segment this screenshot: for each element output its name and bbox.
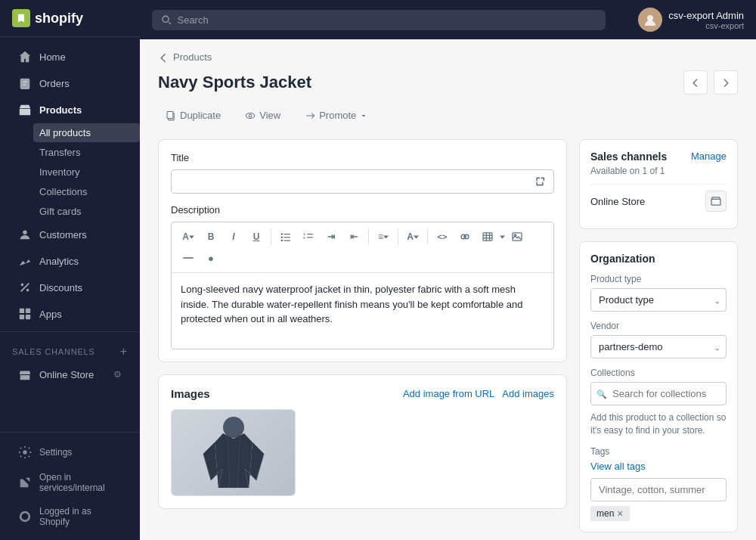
shopify-small-icon (18, 510, 32, 523)
rte-code-btn[interactable]: <> (432, 227, 453, 247)
tags-list: men × (590, 506, 727, 521)
sidebar-item-online-store[interactable]: Online Store ⚙ (6, 362, 134, 387)
rte-table-btn[interactable] (477, 227, 498, 247)
sidebar-label-open-services: Open in services/internal (39, 472, 122, 493)
promote-label: Promote (319, 110, 356, 121)
sales-channels-header: Sales channels Manage (590, 151, 727, 166)
unordered-list-icon (280, 232, 291, 241)
shopify-logo[interactable]: shopify (12, 9, 83, 27)
rte-underline-btn[interactable]: U (246, 227, 267, 247)
sidebar-item-all-products[interactable]: All products (33, 123, 140, 142)
rte-indent-btn[interactable]: ⇥ (321, 227, 342, 247)
view-button[interactable]: View (237, 105, 288, 126)
rte-bold-btn[interactable]: B (200, 227, 222, 247)
sidebar-item-open-services[interactable]: Open in services/internal (6, 466, 134, 499)
rte-emoji-btn[interactable]: ● (200, 248, 222, 268)
sidebar-label-products: Products (39, 104, 82, 116)
manage-channels-button[interactable]: Manage (691, 151, 727, 162)
online-store-settings-icon[interactable]: ⚙ (113, 369, 122, 380)
color-dropdown-icon (414, 235, 419, 239)
organization-card: Organization Product type Product type V… (579, 241, 738, 532)
sidebar-item-discounts[interactable]: Discounts (6, 275, 134, 300)
rte-link-btn[interactable] (454, 227, 476, 247)
rte-ul-btn[interactable] (275, 227, 296, 247)
online-store-icon (18, 368, 32, 381)
promote-button[interactable]: Promote (297, 105, 375, 126)
collections-search-input[interactable] (590, 382, 727, 405)
search-icon (161, 14, 171, 25)
title-input[interactable]: Navy Sports Jacket (179, 176, 534, 188)
svg-point-17 (249, 114, 252, 117)
right-sidebar: Sales channels Manage Available on 1 of … (579, 139, 738, 532)
sales-channels-title: Sales channels (590, 151, 667, 163)
add-images-button[interactable]: Add images (502, 388, 554, 399)
rte-font-btn[interactable]: A (178, 227, 199, 247)
admin-text: csv-export Admin csv-export (668, 10, 744, 30)
breadcrumb-text: Products (173, 51, 212, 63)
avatar (638, 8, 662, 32)
sidebar-item-gift-cards[interactable]: Gift cards (33, 202, 140, 221)
channel-online-store: Online Store (590, 184, 727, 218)
sidebar-item-analytics[interactable]: Analytics (6, 248, 134, 274)
product-image-placeholder (172, 410, 295, 495)
rte-ol-btn[interactable]: 1.2. (298, 227, 319, 247)
sidebar-item-inventory[interactable]: Inventory (33, 163, 140, 182)
add-sales-channel-icon[interactable]: + (120, 346, 128, 358)
tags-input[interactable] (590, 478, 727, 501)
view-all-tags-button[interactable]: View all tags (590, 461, 646, 472)
search-bar[interactable] (152, 10, 606, 30)
duplicate-button[interactable]: Duplicate (158, 105, 228, 126)
sidebar-label-logged-in: Logged in as Shopify (39, 506, 122, 527)
rte-content[interactable]: Long-sleeved navy waterproof jacket in t… (172, 273, 553, 349)
sidebar-item-orders[interactable]: Orders (6, 70, 134, 96)
duplicate-icon (166, 110, 176, 121)
next-product-button[interactable] (714, 70, 738, 95)
svg-rect-37 (711, 199, 720, 205)
rte-image-btn[interactable] (507, 227, 528, 247)
search-input[interactable] (177, 14, 596, 26)
svg-rect-0 (20, 79, 30, 89)
sidebar-item-products[interactable]: Products (6, 97, 134, 123)
admin-info[interactable]: csv-export Admin csv-export (638, 8, 744, 32)
sidebar-label-online-store: Online Store (39, 369, 94, 380)
svg-rect-15 (167, 111, 173, 118)
title-label: Title (171, 152, 554, 163)
prev-product-button[interactable] (683, 70, 708, 95)
rte-italic-btn[interactable]: I (223, 227, 244, 247)
rte-table-dropdown-icon[interactable] (500, 227, 505, 247)
product-image-thumbnail[interactable] (171, 409, 296, 496)
sidebar-item-settings[interactable]: Settings (6, 439, 134, 465)
rich-text-editor[interactable]: A B I U 1.2. ⇥ ⇤ (171, 222, 554, 349)
sidebar-item-transfers[interactable]: Transfers (33, 143, 140, 162)
add-image-url-button[interactable]: Add image from URL (403, 388, 494, 399)
product-type-wrapper: Product type (590, 288, 727, 312)
sidebar: shopify Home Orders Products All product… (0, 0, 140, 540)
sidebar-item-apps[interactable]: Apps (6, 301, 134, 327)
table-icon (482, 232, 493, 241)
rte-color-btn[interactable]: A (402, 227, 423, 247)
vendor-select[interactable]: partners-demo (590, 335, 727, 358)
images-card: Images Add image from URL Add images (158, 374, 567, 509)
organization-title: Organization (590, 253, 727, 265)
breadcrumb[interactable]: Products (158, 51, 738, 63)
sidebar-item-collections[interactable]: Collections (33, 182, 140, 201)
sidebar-item-logged-in[interactable]: Logged in as Shopify (6, 500, 134, 533)
images-actions: Add image from URL Add images (403, 388, 554, 399)
horizontal-rule-icon (183, 254, 194, 262)
align-dropdown-icon (383, 235, 389, 239)
sidebar-header: shopify (0, 0, 140, 37)
rte-outdent-btn[interactable]: ⇤ (343, 227, 364, 247)
svg-rect-28 (483, 233, 492, 241)
sidebar-item-customers[interactable]: Customers (6, 222, 134, 247)
sidebar-label-apps: Apps (39, 309, 62, 320)
rte-align-btn[interactable]: ≡ (373, 227, 394, 247)
sidebar-item-home[interactable]: Home (6, 44, 134, 70)
breadcrumb-chevron-icon (158, 52, 169, 63)
rte-divider-2 (368, 228, 369, 245)
title-input-wrapper[interactable]: Navy Sports Jacket (171, 169, 554, 194)
remove-tag-button[interactable]: × (617, 508, 623, 519)
admin-store: csv-export (668, 21, 744, 30)
rte-hr-btn[interactable] (178, 248, 199, 268)
admin-name: csv-export Admin (668, 10, 744, 21)
product-type-select[interactable]: Product type (590, 288, 727, 312)
